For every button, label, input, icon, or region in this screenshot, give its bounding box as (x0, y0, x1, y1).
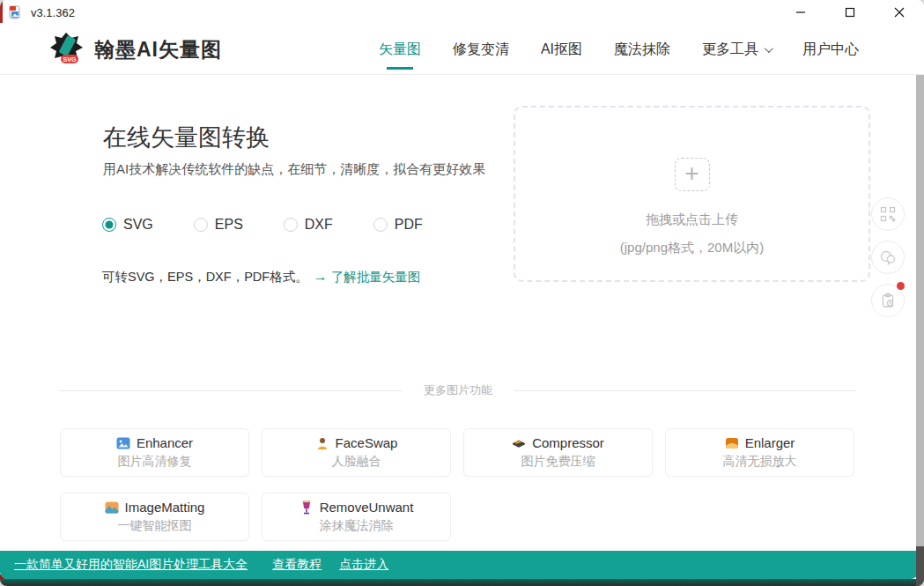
page-description: 用AI技术解决传统软件的缺点，在细节，清晰度，拟合有更好效果 (103, 161, 485, 178)
footer-tagline-link[interactable]: 一款简单又好用的智能AI图片处理工具大全 (14, 557, 248, 573)
nav-ai-matting[interactable]: AI抠图 (541, 25, 582, 75)
chat-button[interactable] (871, 241, 905, 274)
app-icon (8, 5, 22, 19)
qr-code-button[interactable] (871, 197, 905, 231)
enlarger-icon (725, 436, 739, 450)
app-window: v3.1.362 SVG 翰墨AI矢量图 矢量图 修复变清 (0, 0, 924, 586)
arrow-right-icon: → (314, 269, 328, 284)
titlebar: v3.1.362 (0, 0, 924, 25)
logo-icon: SVG (48, 31, 85, 68)
side-toolbar (871, 197, 905, 317)
nav-restore[interactable]: 修复变清 (453, 25, 509, 75)
page-title: 在线矢量图转换 (103, 122, 270, 153)
divider-line (60, 390, 403, 391)
card-faceswap[interactable]: FaceSwap 人脸融合 (262, 428, 451, 477)
radio-circle-icon (284, 218, 298, 232)
compressor-icon (512, 436, 526, 450)
radio-eps[interactable]: EPS (194, 217, 243, 233)
format-radio-group: SVG EPS DXF PDF (102, 217, 423, 233)
radio-circle-icon (373, 218, 388, 232)
upload-dropzone[interactable]: + 拖拽或点击上传 (jpg/png格式，20M以内) (514, 106, 870, 282)
clipboard-clock-icon (880, 293, 896, 308)
scrollbar-track-dark (916, 546, 924, 586)
logo: SVG 翰墨AI矢量图 (48, 31, 222, 68)
radio-circle-icon (102, 218, 116, 232)
imagematting-icon (105, 501, 119, 515)
chevron-down-icon (765, 44, 773, 53)
upload-format-hint: (jpg/png格式，20M以内) (515, 240, 869, 256)
radio-circle-icon (194, 218, 208, 232)
radio-dxf[interactable]: DXF (284, 217, 333, 233)
card-imagematting[interactable]: ImageMatting 一键智能抠图 (60, 493, 249, 541)
window-bottom-edge (0, 579, 924, 586)
vertical-scrollbar[interactable] (916, 75, 924, 546)
card-enlarger[interactable]: Enlarger 高清无损放大 (665, 428, 854, 477)
radio-svg[interactable]: SVG (102, 217, 153, 233)
divider-line (514, 390, 856, 391)
faceswap-icon (315, 436, 329, 450)
format-note: 可转SVG，EPS，DXF，PDF格式。→了解批量矢量图 (102, 269, 420, 286)
window-controls (776, 0, 924, 25)
upload-hint: 拖拽或点击上传 (515, 211, 869, 228)
minimize-button[interactable] (776, 0, 825, 25)
nav-magic-erase[interactable]: 魔法抹除 (614, 25, 670, 75)
brand-title: 翰墨AI矢量图 (94, 36, 222, 63)
removeunwant-icon (299, 501, 314, 515)
footer-tutorial-link[interactable]: 查看教程 (272, 557, 322, 573)
card-removeunwant[interactable]: RemoveUnwant 涂抹魔法消除 (262, 493, 451, 541)
enhancer-icon (116, 436, 130, 450)
app-version: v3.1.362 (31, 6, 75, 19)
history-clipboard-button[interactable] (871, 284, 905, 317)
more-features-divider: 更多图片功能 (60, 382, 856, 398)
divider-label: 更多图片功能 (403, 382, 514, 398)
plus-icon: + (675, 158, 710, 191)
batch-vector-link[interactable]: 了解批量矢量图 (331, 270, 421, 284)
footer-bar: 一款简单又好用的智能AI图片处理工具大全 查看教程 点击进入 (0, 551, 918, 579)
footer-enter-link[interactable]: 点击进入 (339, 557, 388, 573)
chat-icon (879, 249, 897, 265)
main-nav: 矢量图 修复变清 AI抠图 魔法抹除 更多工具 用户中心 (379, 25, 859, 75)
header: SVG 翰墨AI矢量图 矢量图 修复变清 AI抠图 魔法抹除 更多工具 用户中心 (0, 25, 924, 75)
backdrop-sliver (0, 0, 3, 23)
radio-pdf[interactable]: PDF (373, 217, 423, 233)
close-button[interactable] (875, 0, 924, 25)
maximize-button[interactable] (825, 0, 875, 25)
qr-code-icon (880, 206, 896, 222)
svg-text:SVG: SVG (63, 56, 77, 63)
feature-cards: Enhancer 图片高清修复 FaceSwap 人脸融合 Compressor… (60, 428, 856, 541)
nav-vector[interactable]: 矢量图 (379, 25, 421, 75)
card-enhancer[interactable]: Enhancer 图片高清修复 (60, 428, 249, 477)
nav-user-center[interactable]: 用户中心 (802, 25, 859, 75)
notification-badge (897, 282, 905, 290)
card-compressor[interactable]: Compressor 图片免费压缩 (463, 428, 653, 477)
nav-more-tools[interactable]: 更多工具 (702, 25, 771, 75)
